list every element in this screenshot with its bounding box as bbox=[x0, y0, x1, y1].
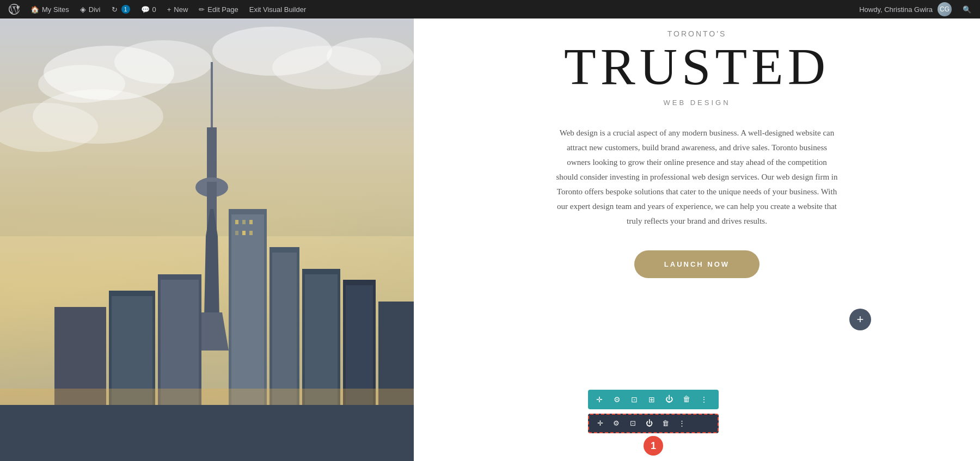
svg-rect-20 bbox=[249, 220, 253, 224]
inner-settings-icon: ⚙ bbox=[613, 419, 620, 428]
pencil-icon: ✏ bbox=[199, 5, 205, 14]
comment-icon: 💬 bbox=[141, 5, 150, 14]
divi-icon: ◈ bbox=[80, 5, 86, 14]
divi-delete-button[interactable]: 🗑 bbox=[678, 391, 695, 408]
divi-inner-clone-button[interactable]: ⊡ bbox=[625, 416, 640, 431]
exit-builder-label: Exit Visual Builder bbox=[249, 5, 307, 14]
updates-count: 1 bbox=[121, 5, 130, 14]
hero-image-panel: ••• bbox=[0, 19, 414, 461]
hero-content-panel: TORONTO'S TRUSTED WEB DESIGN Web design … bbox=[414, 19, 980, 461]
divi-inner-settings-button[interactable]: ⚙ bbox=[609, 416, 624, 431]
toronto-label: TORONTO'S bbox=[667, 29, 727, 38]
launch-now-button[interactable]: LAUNCH NOW bbox=[634, 250, 759, 278]
clone-icon: ⊡ bbox=[631, 395, 638, 404]
svg-rect-21 bbox=[235, 231, 238, 235]
svg-rect-22 bbox=[242, 231, 246, 235]
howdy-user-button[interactable]: Howdy, Christina Gwira CG bbox=[855, 2, 956, 16]
divi-inner-delete-button[interactable]: 🗑 bbox=[658, 416, 673, 431]
hero-image: ••• bbox=[0, 19, 414, 461]
web-design-subtitle: WEB DESIGN bbox=[663, 99, 730, 107]
my-sites-button[interactable]: 🏠 My Sites bbox=[26, 0, 74, 19]
divi-more-button[interactable]: ⋮ bbox=[696, 391, 712, 408]
comments-count: 0 bbox=[152, 5, 156, 14]
grid-icon: ⊞ bbox=[648, 395, 655, 404]
divi-power-button[interactable]: ⏻ bbox=[661, 391, 677, 408]
divi-module-area: ✛ ⚙ ⊡ ⊞ ⏻ 🗑 ⋮ bbox=[588, 390, 719, 456]
edit-page-button[interactable]: ✏ Edit Page bbox=[194, 0, 242, 19]
inner-move-icon: ✛ bbox=[597, 419, 603, 428]
divi-grid-button[interactable]: ⊞ bbox=[644, 391, 660, 408]
move-icon: ✛ bbox=[596, 395, 603, 404]
search-button[interactable]: 🔍 bbox=[958, 5, 976, 14]
comments-button[interactable]: 💬 0 bbox=[137, 0, 161, 19]
howdy-label: Howdy, Christina Gwira bbox=[859, 5, 933, 14]
settings-icon: ⚙ bbox=[614, 395, 621, 404]
divi-settings-button[interactable]: ⚙ bbox=[609, 391, 625, 408]
svg-point-8 bbox=[33, 89, 163, 144]
svg-rect-19 bbox=[242, 220, 246, 224]
module-number: 1 bbox=[651, 440, 656, 452]
divi-inner-power-button[interactable]: ⏻ bbox=[641, 416, 657, 431]
new-content-button[interactable]: + New bbox=[163, 0, 193, 19]
divi-label: Divi bbox=[89, 5, 101, 14]
refresh-icon: ↻ bbox=[112, 5, 118, 14]
edit-page-label: Edit Page bbox=[207, 5, 238, 14]
user-avatar: CG bbox=[938, 2, 952, 16]
trusted-title: TRUSTED bbox=[564, 41, 830, 93]
more-dots-icon: ⋮ bbox=[700, 395, 708, 404]
exit-builder-button[interactable]: Exit Visual Builder bbox=[245, 0, 311, 19]
new-label: New bbox=[174, 5, 188, 14]
svg-point-6 bbox=[327, 38, 414, 76]
divi-clone-button[interactable]: ⊡ bbox=[626, 391, 642, 408]
search-icon: 🔍 bbox=[963, 5, 971, 14]
plus-icon: + bbox=[857, 312, 864, 327]
divi-move-handle[interactable]: ✛ bbox=[591, 391, 608, 408]
divi-inner-toolbar: ✛ ⚙ ⊡ ⏻ 🗑 ⋮ bbox=[588, 414, 719, 433]
divi-inner-move-handle[interactable]: ✛ bbox=[592, 416, 608, 431]
wp-logo-button[interactable] bbox=[4, 0, 24, 19]
updates-button[interactable]: ↻ 1 bbox=[107, 0, 134, 19]
module-number-badge: 1 bbox=[644, 436, 663, 456]
svg-rect-37 bbox=[0, 389, 414, 405]
svg-rect-23 bbox=[249, 231, 253, 235]
description-text: Web design is a crucial aspect of any mo… bbox=[555, 126, 838, 229]
inner-trash-icon: 🗑 bbox=[662, 419, 669, 428]
svg-rect-13 bbox=[211, 62, 213, 127]
my-sites-label: My Sites bbox=[42, 5, 69, 14]
trash-icon: 🗑 bbox=[683, 395, 690, 404]
inner-power-icon: ⏻ bbox=[646, 419, 653, 428]
power-icon: ⏻ bbox=[665, 395, 673, 404]
divi-button[interactable]: ◈ Divi bbox=[76, 0, 105, 19]
main-content: ••• TORONTO'S TRUSTED WEB DESIGN Web des… bbox=[0, 19, 980, 461]
admin-bar: 🏠 My Sites ◈ Divi ↻ 1 💬 0 + New ✏ Edit P… bbox=[0, 0, 980, 19]
house-icon: 🏠 bbox=[30, 5, 39, 14]
divi-inner-more-button[interactable]: ⋮ bbox=[674, 416, 689, 431]
svg-rect-18 bbox=[235, 220, 238, 224]
divi-outer-toolbar: ✛ ⚙ ⊡ ⊞ ⏻ 🗑 ⋮ bbox=[588, 390, 719, 409]
plus-icon: + bbox=[167, 5, 171, 14]
inner-more-dots-icon: ⋮ bbox=[678, 419, 685, 428]
svg-rect-36 bbox=[0, 405, 414, 461]
add-section-button[interactable]: + bbox=[849, 309, 871, 330]
inner-clone-icon: ⊡ bbox=[630, 419, 636, 428]
svg-point-2 bbox=[114, 40, 212, 84]
svg-rect-12 bbox=[207, 182, 217, 204]
